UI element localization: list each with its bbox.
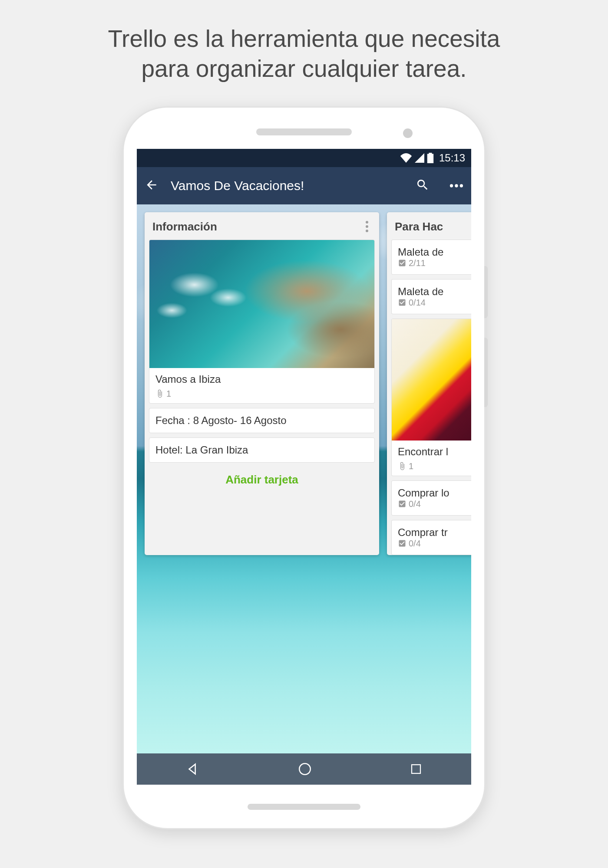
signal-icon [415, 153, 424, 163]
attachment-count: 1 [166, 389, 171, 399]
svg-point-3 [299, 763, 311, 775]
attachment-icon [398, 462, 406, 470]
search-icon[interactable] [416, 178, 430, 194]
svg-rect-4 [412, 765, 420, 773]
list-title: Para Hac [395, 220, 471, 233]
list-para-hacer[interactable]: Para Hac Maleta de 2/11 [387, 212, 471, 555]
marketing-headline: Trello es la herramienta que necesita pa… [0, 0, 608, 84]
nav-back-icon[interactable] [185, 762, 200, 776]
list-informacion[interactable]: Información Vamos a Ibiza 1 [145, 212, 379, 555]
board-title: Vamos De Vacaciones! [171, 178, 403, 193]
attachment-count: 1 [409, 461, 413, 471]
phone-home-bar [248, 804, 360, 810]
checklist-icon [398, 500, 406, 508]
checklist-icon [398, 259, 406, 267]
phone-frame: 15:13 Vamos De Vacaciones! Información [124, 108, 484, 828]
card-vamos-a-ibiza[interactable]: Vamos a Ibiza 1 [149, 240, 375, 404]
svg-point-1 [455, 184, 458, 187]
card-title: Encontrar l [398, 446, 471, 458]
checklist-icon [398, 539, 406, 548]
cards-container: Maleta de 2/11 Maleta de [387, 240, 471, 555]
lists-container: Información Vamos a Ibiza 1 [145, 212, 471, 555]
card-badges: 0/4 [398, 539, 471, 549]
card-cover-passport [392, 319, 471, 441]
nav-home-icon[interactable] [297, 762, 312, 776]
more-icon[interactable] [449, 182, 463, 190]
battery-icon [427, 153, 434, 163]
card-fecha[interactable]: Fecha : 8 Agosto- 16 Agosto [149, 408, 375, 433]
card-hotel[interactable]: Hotel: La Gran Ibiza [149, 437, 375, 463]
list-menu-icon[interactable] [361, 220, 373, 233]
list-header: Para Hac [387, 212, 471, 240]
board-background[interactable]: Información Vamos a Ibiza 1 [137, 204, 471, 753]
add-card-button[interactable]: Añadir tarjeta [145, 463, 379, 497]
status-time: 15:13 [439, 152, 465, 164]
card-badges: 1 [398, 461, 471, 471]
card-maleta-2[interactable]: Maleta de 0/14 [391, 279, 471, 314]
list-title: Información [152, 220, 361, 233]
android-nav-bar [137, 753, 471, 785]
phone-camera [403, 128, 413, 138]
card-badges: 0/4 [398, 499, 471, 509]
cards-container: Vamos a Ibiza 1 Fecha : 8 Agosto- 16 Ago… [145, 240, 379, 463]
card-title: Hotel: La Gran Ibiza [155, 444, 368, 456]
card-title: Maleta de [398, 246, 471, 258]
status-bar: 15:13 [137, 149, 471, 167]
card-comprar-1[interactable]: Comprar lo 0/4 [391, 480, 471, 516]
nav-recent-icon[interactable] [410, 763, 423, 776]
card-badges: 2/11 [398, 258, 471, 268]
svg-point-2 [460, 184, 463, 187]
card-cover-image [149, 240, 374, 368]
list-header: Información [145, 212, 379, 240]
card-title: Comprar tr [398, 526, 471, 539]
checklist-count: 0/14 [409, 298, 426, 308]
card-title: Comprar lo [398, 487, 471, 499]
phone-speaker [256, 128, 352, 135]
card-title: Fecha : 8 Agosto- 16 Agosto [155, 414, 368, 427]
checklist-count: 0/4 [409, 499, 421, 509]
wifi-icon [400, 153, 412, 163]
phone-power-button [484, 266, 488, 318]
checklist-icon [398, 298, 406, 307]
checklist-count: 2/11 [409, 258, 426, 268]
back-icon[interactable] [145, 178, 159, 194]
card-comprar-2[interactable]: Comprar tr 0/4 [391, 520, 471, 555]
card-maleta-1[interactable]: Maleta de 2/11 [391, 240, 471, 275]
card-encontrar[interactable]: Encontrar l 1 [391, 319, 471, 476]
svg-point-0 [450, 184, 453, 187]
card-badges: 1 [155, 389, 368, 399]
app-bar: Vamos De Vacaciones! [137, 167, 471, 204]
attachment-icon [155, 389, 164, 398]
card-badges: 0/14 [398, 298, 471, 308]
checklist-count: 0/4 [409, 539, 421, 549]
headline-line-2: para organizar cualquier tarea. [141, 55, 466, 82]
card-title: Maleta de [398, 286, 471, 298]
phone-volume-button [484, 338, 488, 407]
card-title: Vamos a Ibiza [155, 373, 368, 385]
headline-line-1: Trello es la herramienta que necesita [108, 25, 500, 52]
screen: 15:13 Vamos De Vacaciones! Información [137, 149, 471, 785]
